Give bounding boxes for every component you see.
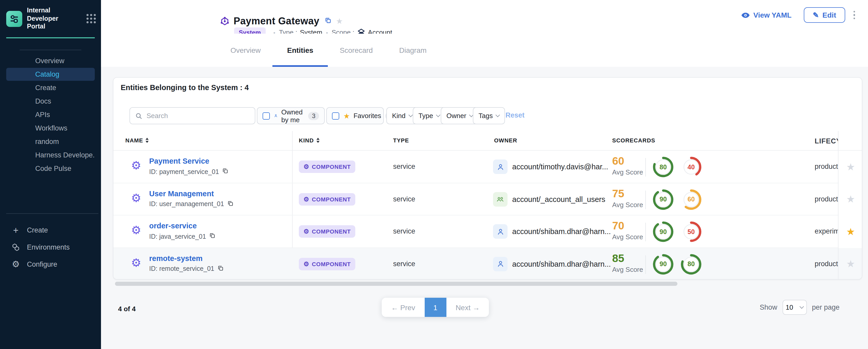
- page-title: Payment Gateway: [234, 15, 319, 27]
- sidebar-item-workflows[interactable]: Workflows: [6, 122, 95, 135]
- table-row[interactable]: ⚙Payment ServiceID: payment_service_01⚙C…: [114, 151, 862, 183]
- sort-icon[interactable]: [316, 138, 319, 143]
- entity-name-link[interactable]: User Management: [149, 189, 214, 197]
- tab-overview[interactable]: Overview: [230, 34, 261, 67]
- avg-score: 70Avg Score: [612, 220, 643, 241]
- next-page-button[interactable]: Next →: [446, 298, 489, 317]
- copy-title-icon[interactable]: [324, 17, 331, 26]
- kind-badge: ⚙COMPONENT: [299, 193, 355, 205]
- favorites-filter[interactable]: ★ Favorites 0: [326, 107, 384, 124]
- favorite-star-icon[interactable]: ★: [846, 227, 855, 236]
- sidebar-item-catalog[interactable]: Catalog: [6, 68, 95, 81]
- component-gear-icon: ⚙: [131, 257, 141, 268]
- entity-name-link[interactable]: Payment Service: [149, 157, 209, 165]
- favorite-star-icon[interactable]: ★: [846, 259, 855, 269]
- lifecycle-value: production: [815, 260, 838, 267]
- sidebar-item-environments[interactable]: Environments: [0, 239, 101, 256]
- copy-id-icon[interactable]: [219, 168, 228, 176]
- component-gear-icon: ⚙: [131, 160, 141, 171]
- entity-name-link[interactable]: remote-system: [149, 254, 203, 262]
- entity-type: service: [393, 163, 415, 170]
- table-row[interactable]: ⚙remote-systemID: remote_service_01⚙COMP…: [114, 248, 862, 280]
- brand-title: Internal Developer Portal: [27, 7, 78, 31]
- entities-card: Entities Belonging to the System : 4: [113, 77, 862, 280]
- entity-name-link[interactable]: order-service: [149, 222, 197, 230]
- owner-text: account/_account_all_users: [512, 195, 606, 203]
- content-area: Entities Belonging to the System : 4: [101, 67, 868, 349]
- current-page-button[interactable]: 1: [425, 298, 446, 317]
- page-size-control: Show 10 per page: [760, 300, 839, 315]
- favorite-star-icon[interactable]: ★: [846, 194, 855, 204]
- copy-id-icon[interactable]: [224, 200, 233, 208]
- entity-id: ID: user_management_01: [149, 200, 233, 208]
- sidebar-item-harness-develope-[interactable]: Harness Develope...: [6, 149, 95, 162]
- prev-page-button[interactable]: ← Prev: [382, 298, 425, 317]
- owner-text: account/shibam.dhar@harn...: [512, 227, 611, 235]
- more-options-kebab-icon[interactable]: [852, 8, 857, 22]
- view-yaml-button[interactable]: View YAML: [741, 11, 792, 19]
- scorecard-gauge: 80: [653, 156, 674, 178]
- edit-button[interactable]: ✎ Edit: [804, 7, 845, 23]
- nav-divider: [20, 50, 81, 50]
- harness-logo[interactable]: [6, 11, 22, 27]
- component-gear-icon: ⚙: [131, 192, 141, 204]
- sidebar-bottom-nav: +CreateEnvironments⚙Configure: [0, 222, 101, 273]
- sidebar-item-apis[interactable]: APIs: [6, 108, 95, 121]
- search-icon: [135, 112, 143, 119]
- system-entity-icon: [220, 17, 229, 26]
- favorites-checkbox[interactable]: [332, 112, 339, 119]
- owned-count-badge: 3: [308, 112, 319, 120]
- page-size-select[interactable]: 10: [782, 300, 807, 315]
- horizontal-scrollbar[interactable]: [115, 282, 677, 286]
- copy-id-icon[interactable]: [214, 265, 224, 273]
- filter-bar: Owned by me 3 ★ Favorites 0 KindTypeOwne…: [114, 107, 862, 124]
- app-grid-icon[interactable]: [87, 14, 96, 24]
- sidebar-item-random[interactable]: random: [6, 135, 95, 148]
- copy-id-icon[interactable]: [206, 232, 215, 240]
- pencil-icon: ✎: [813, 11, 819, 19]
- user-icon: [493, 224, 507, 239]
- user-icon: [493, 257, 507, 271]
- sidebar-item-create[interactable]: +Create: [0, 222, 101, 239]
- favorite-cell: ★: [838, 183, 862, 215]
- show-label: Show: [760, 304, 777, 311]
- column-header-name[interactable]: NAME: [125, 137, 149, 144]
- component-gear-icon: ⚙: [131, 225, 141, 236]
- table-row[interactable]: ⚙order-serviceID: java_service_01⚙COMPON…: [114, 215, 862, 248]
- owner-text: account/timothy.davis@har...: [512, 163, 608, 171]
- tab-scorecard[interactable]: Scorecard: [340, 34, 373, 67]
- main-area: Payment Gateway ★ System • Type : System…: [101, 0, 868, 349]
- avg-score: 75Avg Score: [612, 187, 643, 209]
- scorecard-gauge: 90: [653, 221, 674, 242]
- lifecycle-value: production: [815, 163, 838, 170]
- favorite-star-icon[interactable]: ★: [846, 162, 855, 172]
- column-header-type: TYPE: [393, 137, 409, 144]
- favorite-title-star-icon[interactable]: ★: [336, 17, 343, 26]
- sidebar-item-configure[interactable]: ⚙Configure: [0, 256, 101, 273]
- score-divider: [645, 255, 646, 274]
- filter-dropdown-tags[interactable]: Tags: [473, 107, 505, 124]
- table-row[interactable]: ⚙User ManagementID: user_management_01⚙C…: [114, 183, 862, 215]
- sort-icon[interactable]: [146, 138, 149, 143]
- tab-entities[interactable]: Entities: [287, 34, 313, 67]
- component-gear-icon: ⚙: [304, 228, 309, 234]
- sidebar-item-create[interactable]: Create: [6, 81, 95, 94]
- owned-by-me-checkbox[interactable]: [262, 112, 270, 119]
- table-header-row: NAME KIND TYPE OWNER SCORECARDS LIFECYCL…: [114, 131, 862, 151]
- hexagons-icon: [11, 243, 20, 252]
- tab-diagram[interactable]: Diagram: [399, 34, 427, 67]
- favorite-cell: ★: [838, 151, 862, 183]
- search-input[interactable]: [147, 112, 245, 120]
- user-icon: [493, 159, 507, 174]
- sidebar-item-code-pulse[interactable]: Code Pulse: [6, 162, 95, 175]
- sidebar-item-overview[interactable]: Overview: [6, 54, 95, 67]
- app-window: Internal Developer Portal OverviewCatalo…: [0, 0, 868, 349]
- chevron-down-icon: [800, 305, 804, 309]
- reset-filters-link[interactable]: Reset: [505, 111, 525, 119]
- pagination-control: ← Prev 1 Next →: [382, 298, 489, 317]
- column-header-kind[interactable]: KIND: [299, 137, 319, 144]
- score-divider: [645, 190, 646, 209]
- sidebar-item-docs[interactable]: Docs: [6, 95, 95, 108]
- owned-by-me-filter[interactable]: Owned by me 3: [257, 107, 325, 124]
- nav-divider-bottom: [6, 213, 98, 214]
